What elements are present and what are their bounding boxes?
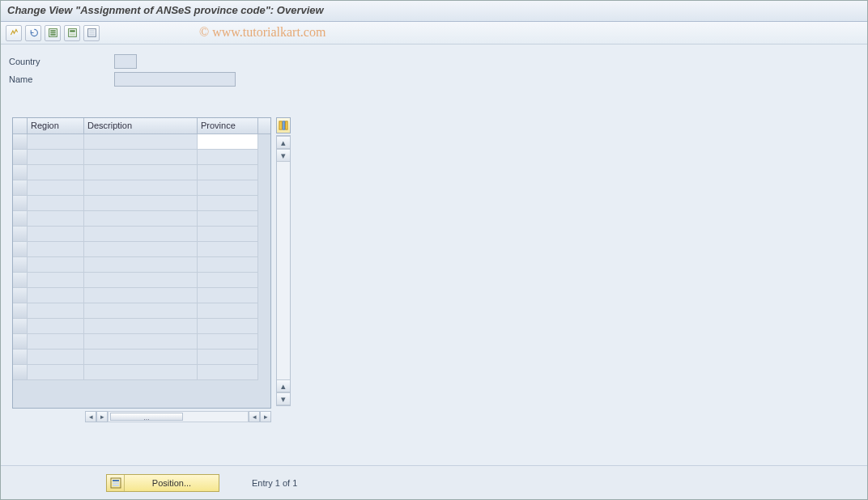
cell-region[interactable] <box>28 273 84 288</box>
hscroll-track[interactable]: ... <box>108 411 249 422</box>
cell-description[interactable] <box>84 242 198 257</box>
cell-region[interactable] <box>28 319 84 334</box>
cell-province[interactable] <box>198 303 258 319</box>
cell-province[interactable] <box>198 227 258 242</box>
cell-region[interactable] <box>28 242 84 257</box>
table-row[interactable] <box>13 273 270 288</box>
cell-province[interactable] <box>198 350 258 365</box>
table-row[interactable] <box>13 150 270 165</box>
scroll-first-icon[interactable]: ◂ <box>85 411 96 422</box>
position-button[interactable]: Position... <box>106 474 219 492</box>
cell-province[interactable] <box>198 273 258 288</box>
cell-description[interactable] <box>84 350 198 365</box>
row-selector[interactable] <box>13 257 28 273</box>
cell-region[interactable] <box>28 227 84 242</box>
scroll-down-step-icon[interactable]: ▾ <box>277 149 290 162</box>
hscroll-thumb[interactable]: ... <box>110 413 183 421</box>
table-row[interactable] <box>13 303 270 319</box>
cell-description[interactable] <box>84 257 198 273</box>
cell-region[interactable] <box>28 150 84 165</box>
row-selector[interactable] <box>13 273 28 288</box>
cell-description[interactable] <box>84 196 198 211</box>
cell-region[interactable] <box>28 350 84 365</box>
table-row[interactable] <box>13 196 270 211</box>
row-selector[interactable] <box>13 180 28 196</box>
scroll-up-step-icon[interactable]: ▴ <box>277 379 290 392</box>
table-row[interactable] <box>13 242 270 257</box>
table-row[interactable] <box>13 134 270 150</box>
cell-province[interactable] <box>198 134 258 150</box>
row-selector[interactable] <box>13 211 28 227</box>
table-row[interactable] <box>13 180 270 196</box>
scroll-left-icon[interactable]: ▸ <box>96 411 108 422</box>
scroll-down-icon[interactable]: ▾ <box>277 392 290 405</box>
cell-province[interactable] <box>198 365 258 380</box>
cell-description[interactable] <box>84 165 198 180</box>
cell-region[interactable] <box>28 334 84 350</box>
cell-description[interactable] <box>84 180 198 196</box>
cell-description[interactable] <box>84 319 198 334</box>
cell-region[interactable] <box>28 134 84 150</box>
cell-region[interactable] <box>28 165 84 180</box>
table-row[interactable] <box>13 319 270 334</box>
cell-province[interactable] <box>198 257 258 273</box>
col-description[interactable]: Description <box>84 118 198 133</box>
table-row[interactable] <box>13 227 270 242</box>
select-block-button[interactable] <box>64 25 80 41</box>
horizontal-scrollbar[interactable]: ◂ ▸ ... ◂ ▸ <box>85 410 271 423</box>
country-input[interactable] <box>114 54 137 69</box>
table-row[interactable] <box>13 350 270 365</box>
name-input[interactable] <box>114 72 236 87</box>
row-selector[interactable] <box>13 150 28 165</box>
cell-description[interactable] <box>84 134 198 150</box>
configure-columns-button[interactable] <box>276 117 291 133</box>
col-province[interactable]: Province <box>198 118 258 133</box>
scroll-up-icon[interactable]: ▴ <box>277 136 290 149</box>
cell-region[interactable] <box>28 211 84 227</box>
cell-description[interactable] <box>84 273 198 288</box>
cell-region[interactable] <box>28 365 84 380</box>
cell-region[interactable] <box>28 180 84 196</box>
cell-province[interactable] <box>198 211 258 227</box>
cell-description[interactable] <box>84 365 198 380</box>
scroll-last-icon[interactable]: ▸ <box>260 411 271 422</box>
row-selector[interactable] <box>13 303 28 319</box>
row-selector[interactable] <box>13 334 28 350</box>
row-selector[interactable] <box>13 134 28 150</box>
cell-province[interactable] <box>198 288 258 303</box>
table-row[interactable] <box>13 334 270 350</box>
cell-province[interactable] <box>198 196 258 211</box>
row-selector[interactable] <box>13 196 28 211</box>
cell-description[interactable] <box>84 227 198 242</box>
cell-province[interactable] <box>198 242 258 257</box>
cell-description[interactable] <box>84 211 198 227</box>
scroll-right-icon[interactable]: ◂ <box>249 411 260 422</box>
cell-province[interactable] <box>198 180 258 196</box>
data-grid[interactable]: Region Description Province <box>12 117 271 409</box>
table-row[interactable] <box>13 165 270 180</box>
cell-province[interactable] <box>198 334 258 350</box>
cell-province[interactable] <box>198 150 258 165</box>
deselect-all-button[interactable] <box>83 25 100 41</box>
table-row[interactable] <box>13 288 270 303</box>
col-region[interactable]: Region <box>28 118 84 133</box>
table-row[interactable] <box>13 211 270 227</box>
undo-button[interactable] <box>25 25 41 41</box>
cell-region[interactable] <box>28 303 84 319</box>
row-selector[interactable] <box>13 365 28 380</box>
table-row[interactable] <box>13 257 270 273</box>
cell-description[interactable] <box>84 288 198 303</box>
row-selector[interactable] <box>13 350 28 365</box>
vertical-scrollbar[interactable]: ▴ ▾ ▴ ▾ <box>276 135 291 406</box>
cell-region[interactable] <box>28 257 84 273</box>
cell-region[interactable] <box>28 196 84 211</box>
row-selector[interactable] <box>13 227 28 242</box>
row-selector[interactable] <box>13 288 28 303</box>
header-select-all[interactable] <box>13 118 28 133</box>
table-row[interactable] <box>13 365 270 380</box>
cell-description[interactable] <box>84 150 198 165</box>
select-all-button[interactable] <box>45 25 61 41</box>
cell-province[interactable] <box>198 165 258 180</box>
row-selector[interactable] <box>13 165 28 180</box>
cell-description[interactable] <box>84 303 198 319</box>
